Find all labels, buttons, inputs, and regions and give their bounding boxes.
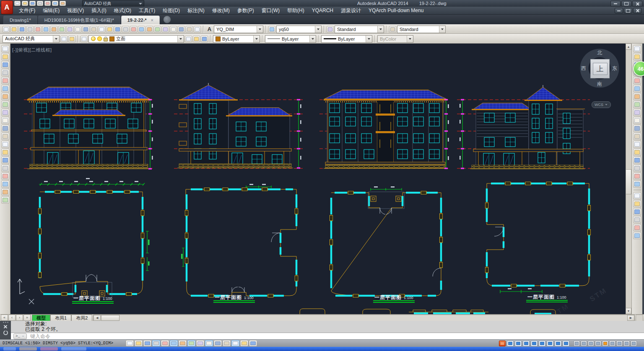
layout-nav-button-0[interactable]: «: [1, 315, 8, 321]
viewport-controls[interactable]: [-][俯视][二维线框]: [12, 47, 52, 53]
zoom-window-icon[interactable]: [130, 26, 137, 33]
menu-item-10[interactable]: 窗口(W): [258, 7, 283, 15]
transparency-icon[interactable]: [223, 340, 231, 346]
table-icon[interactable]: [1, 181, 9, 188]
hatch-to-back-icon[interactable]: [633, 232, 641, 239]
soft-keyboard-icon[interactable]: [539, 341, 545, 346]
maximize-button[interactable]: [621, 1, 631, 7]
menu-item-8[interactable]: 修改(M): [208, 7, 234, 15]
performance-tuner-icon[interactable]: [602, 341, 608, 346]
trim-icon[interactable]: [633, 117, 641, 124]
construction-line-icon[interactable]: [1, 53, 9, 60]
copy-object-icon[interactable]: [633, 53, 641, 60]
paste-icon[interactable]: [74, 26, 81, 33]
customize-workspace-icon[interactable]: [68, 36, 75, 42]
layer-states-manager-icon[interactable]: [201, 36, 208, 42]
polyline-icon[interactable]: [1, 61, 9, 68]
input-mode-icon[interactable]: [507, 341, 514, 346]
point-icon[interactable]: [1, 149, 9, 156]
menu-item-4[interactable]: 格式(O): [110, 7, 135, 15]
infer-constraints-icon[interactable]: [126, 340, 134, 346]
match-properties-icon[interactable]: [90, 26, 97, 33]
quick-properties-icon[interactable]: [231, 340, 239, 346]
open-icon[interactable]: [10, 26, 18, 33]
drawing-canvas[interactable]: [-][俯视][二维线框] 北 南 西 东 上 WCS 一层平面图 1:100 …: [10, 44, 626, 314]
viewcube-west-label[interactable]: 西: [581, 65, 586, 72]
quickcalc-icon[interactable]: [186, 26, 193, 33]
join-icon[interactable]: [633, 149, 641, 156]
layer-previous-icon[interactable]: [193, 36, 200, 42]
viewcube-top-face[interactable]: 上: [590, 59, 610, 78]
chevron-down-icon[interactable]: [439, 26, 445, 33]
dyn-icon[interactable]: [205, 340, 213, 346]
taskbar-button[interactable]: [19, 347, 37, 351]
qat-redo-icon[interactable]: [60, 1, 66, 6]
menu-item-9[interactable]: 参数(P): [234, 7, 258, 15]
command-close-icon[interactable]: [3, 324, 8, 329]
punctuation-icon[interactable]: [515, 341, 522, 346]
qat-undo-icon[interactable]: [52, 1, 58, 6]
create-block-icon[interactable]: [1, 141, 9, 148]
text-to-front-icon[interactable]: [633, 224, 641, 231]
save-icon[interactable]: [18, 26, 26, 33]
scroll-right-button[interactable]: ▶: [627, 315, 634, 321]
layout-tab-0[interactable]: 模型: [32, 315, 50, 321]
clean-screen-icon[interactable]: [631, 341, 637, 346]
blend-curves-icon[interactable]: [633, 173, 641, 180]
text-style-icon[interactable]: A: [206, 26, 213, 32]
menu-item-1[interactable]: 编辑(E): [39, 7, 63, 15]
redo-icon[interactable]: [106, 26, 113, 33]
pan-icon[interactable]: [114, 26, 121, 33]
annotation-monitor-icon[interactable]: [249, 340, 257, 346]
polygon-icon[interactable]: [1, 69, 9, 76]
horizontal-scrollbar[interactable]: ◀ ▶: [93, 315, 635, 321]
menu-item-5[interactable]: 工具(T): [135, 7, 159, 15]
chamfer-icon[interactable]: [633, 157, 641, 164]
ellipse-arc-icon[interactable]: [1, 125, 9, 132]
explode-icon[interactable]: [633, 181, 641, 188]
help-icon[interactable]: [194, 26, 201, 33]
layer-dropdown[interactable]: 立面: [88, 35, 184, 43]
stretch-icon[interactable]: [633, 109, 641, 116]
ellipse-icon[interactable]: [1, 117, 9, 124]
ortho-icon[interactable]: [152, 340, 160, 346]
break-at-point-icon[interactable]: [633, 133, 641, 140]
skin-icon[interactable]: [555, 341, 561, 346]
chevron-down-icon[interactable]: [309, 36, 316, 42]
rectangle-icon[interactable]: [1, 77, 9, 84]
plot-preview-icon[interactable]: [34, 26, 42, 33]
menu-item-7[interactable]: 标注(N): [184, 7, 208, 15]
region-icon[interactable]: [1, 173, 9, 180]
qat-new-icon[interactable]: [14, 1, 21, 6]
chevron-down-icon[interactable]: [366, 36, 372, 42]
menu-item-0[interactable]: 文件(F): [15, 7, 39, 15]
layer-lock-icon[interactable]: [104, 38, 108, 41]
transmit-icon[interactable]: [50, 26, 57, 33]
menu-item-14[interactable]: YQArch Pull-down Menu: [365, 7, 427, 15]
break-icon[interactable]: [633, 141, 641, 148]
chevron-down-icon[interactable]: [53, 36, 59, 42]
array-icon[interactable]: [633, 77, 641, 84]
qat-save-icon[interactable]: [29, 1, 36, 6]
osnap-icon[interactable]: [170, 340, 178, 346]
taskbar-button[interactable]: [3, 347, 16, 351]
vertical-scroll-thumb[interactable]: [626, 169, 631, 194]
ducs-icon[interactable]: [196, 340, 204, 346]
interface-lock-icon[interactable]: [595, 341, 601, 346]
hatch-icon[interactable]: [1, 157, 9, 164]
layer-on-icon[interactable]: [91, 36, 96, 41]
workspace-switching-icon[interactable]: [588, 341, 594, 346]
3d-osnap-icon[interactable]: [179, 340, 187, 346]
send-to-back-icon[interactable]: [633, 200, 641, 207]
spline-icon[interactable]: [1, 109, 9, 116]
status-menu-arrow-icon[interactable]: [623, 341, 630, 346]
tool-palettes-icon[interactable]: [162, 26, 169, 33]
scroll-down-button[interactable]: ▼: [626, 308, 631, 314]
close-button[interactable]: [632, 1, 642, 7]
circle-icon[interactable]: [1, 93, 9, 100]
scroll-left-button[interactable]: ◀: [93, 315, 101, 321]
command-prompt-icon[interactable]: >_: [13, 333, 27, 339]
layer-thaw-icon[interactable]: [97, 36, 102, 41]
sogou-logo-icon[interactable]: [499, 341, 506, 346]
bring-to-front-icon[interactable]: [633, 192, 641, 199]
